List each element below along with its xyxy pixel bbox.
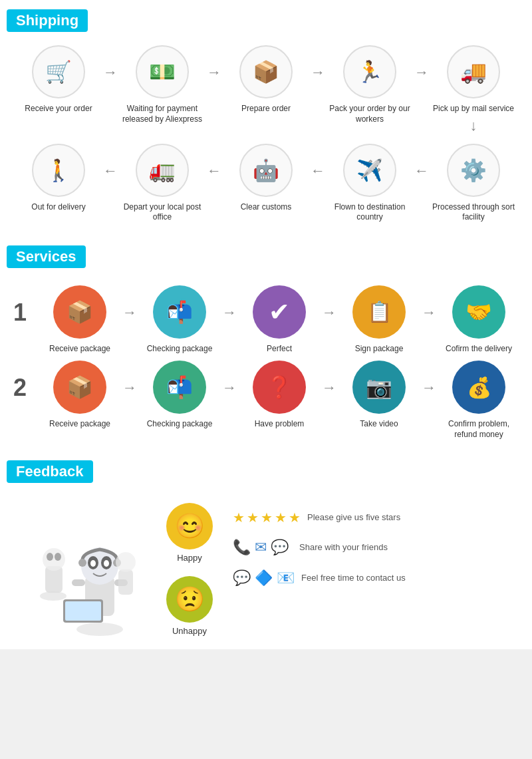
svc2-problem-icon: ❓ [253, 361, 306, 414]
shipping-step-customs: 🤖 Clear customs [223, 144, 309, 213]
sort-label: Processed through sort facility [430, 202, 517, 223]
star-5: ★ [289, 510, 301, 526]
happy-label: Happy [177, 553, 202, 563]
feedback-actions: ★ ★ ★ ★ ★ Please give us five stars 📞 ✉ [213, 496, 519, 593]
pack-icon: 🏃 [343, 45, 396, 98]
star-2: ★ [247, 510, 259, 526]
svg-rect-12 [65, 601, 101, 621]
depart-label: Depart your local post office [119, 202, 205, 223]
svg-point-0 [76, 623, 123, 636]
svg-point-5 [90, 560, 96, 567]
svc2-receive-icon: 📦 [53, 361, 106, 414]
contact-text: Feel free time to contact us [301, 573, 406, 583]
services-content: 1 📦 Receive package → 📬 Checking package… [0, 285, 532, 451]
svc2-checking-icon: 📬 [153, 361, 206, 414]
service-1-steps: 📦 Receive package → 📬 Checking package →… [40, 285, 519, 355]
svc1-sign: 📋 Sign package [339, 285, 419, 355]
svc2-receive-label: Receive package [49, 419, 110, 430]
svc1-perfect-icon: ✔ [253, 285, 306, 339]
svc1-checking-label: Checking package [147, 344, 213, 355]
shipping-header: Shipping [7, 9, 88, 32]
arrow-2: → [207, 45, 221, 81]
svc2-refund-label: Confirm problem, refund money [439, 419, 519, 440]
pickup-label: Pick up by mail service [433, 104, 514, 114]
wechat-icon: 💬 [233, 569, 251, 587]
svc1-confirm-label: Cofirm the delivery [446, 344, 512, 355]
sort-icon: ⚙️ [447, 144, 500, 197]
svc2-arrow3: → [322, 361, 336, 396]
unhappy-icon: 😟 [166, 576, 213, 623]
skype-icon: 🔷 [255, 569, 273, 587]
svc2-problem: ❓ Have problem [239, 361, 319, 430]
services-header: Services [7, 245, 86, 268]
service-1-number: 1 [13, 285, 40, 327]
svg-point-7 [78, 559, 86, 567]
service-2-number: 2 [13, 361, 40, 402]
svg-point-19 [116, 552, 136, 572]
svg-point-15 [43, 548, 65, 571]
feedback-inner: 😊 Happy 😟 Unhappy ★ ★ [13, 496, 519, 636]
prepare-icon: 📦 [239, 45, 293, 98]
svc1-perfect: ✔ Perfect [239, 285, 319, 355]
emotion-happy: 😊 Happy [166, 503, 213, 563]
robot-illustration [13, 496, 160, 636]
svg-rect-9 [72, 579, 85, 586]
star-1: ★ [233, 510, 245, 526]
svc1-confirm: 🤝 Cofirm the delivery [439, 285, 519, 355]
contact-icons: 💬 🔷 📧 [233, 569, 295, 587]
outdelivery-label: Out for delivery [31, 202, 85, 213]
feedback-emotions: 😊 Happy 😟 Unhappy [160, 496, 213, 636]
shipping-step-sort: ⚙️ Processed through sort facility [430, 144, 517, 223]
shipping-row-2: 🚶 Out for delivery ← 🚛 Depart your local… [13, 144, 519, 223]
svc1-perfect-label: Perfect [267, 344, 292, 355]
shipping-step-outdelivery: 🚶 Out for delivery [15, 144, 102, 213]
phone-icon: 📞 [233, 539, 251, 556]
svc2-arrow4: → [422, 361, 436, 396]
shipping-step-pickup: 🚚 Pick up by mail service ↓ [430, 45, 517, 137]
arrow-6: ← [207, 144, 221, 180]
svc1-arrow2: → [222, 285, 237, 321]
unhappy-label: Unhappy [172, 626, 207, 636]
shipping-row-1: 🛒 Receive your order → 💵 Waiting for pay… [13, 45, 519, 137]
chat-icon: 💬 [271, 539, 289, 556]
stars-text: Please give us five stars [307, 512, 400, 522]
arrow-down: ↓ [470, 117, 477, 134]
flown-label: Flown to destination country [327, 202, 413, 223]
arrow-3: → [311, 45, 325, 81]
arrow-8: ← [414, 144, 429, 180]
arrow-7: ← [311, 144, 325, 180]
action-contact: 💬 🔷 📧 Feel free time to contact us [233, 569, 519, 587]
svc1-checking-icon: 📬 [153, 285, 206, 339]
prepare-label: Prepare order [241, 104, 291, 114]
svc2-refund: 💰 Confirm problem, refund money [439, 361, 519, 440]
customs-label: Clear customs [241, 202, 292, 213]
svc1-sign-icon: 📋 [352, 285, 406, 339]
receive-order-icon: 🛒 [32, 45, 85, 98]
svg-point-6 [104, 560, 109, 567]
service-row-1: 1 📦 Receive package → 📬 Checking package… [13, 285, 519, 355]
svc1-receive-label: Receive package [49, 344, 110, 355]
pickup-icon: 🚚 [447, 45, 500, 98]
happy-icon: 😊 [166, 503, 213, 549]
svc2-checking: 📬 Checking package [140, 361, 219, 430]
arrow-4: → [414, 45, 429, 81]
svg-point-17 [55, 553, 61, 561]
shipping-step-depart: 🚛 Depart your local post office [119, 144, 205, 223]
star-3: ★ [261, 510, 273, 526]
receive-order-label: Receive your order [25, 104, 92, 114]
share-text: Share with your friends [299, 542, 388, 552]
shipping-step-flown: ✈️ Flown to destination country [327, 144, 413, 223]
outdelivery-icon: 🚶 [32, 144, 85, 197]
svc2-refund-icon: 💰 [452, 361, 505, 414]
shipping-step-receive-order: 🛒 Receive your order [15, 45, 102, 114]
shipping-content: 🛒 Receive your order → 💵 Waiting for pay… [0, 45, 532, 236]
svc1-checking: 📬 Checking package [140, 285, 219, 355]
emotion-unhappy: 😟 Unhappy [166, 576, 213, 636]
svg-rect-18 [118, 569, 133, 595]
depart-icon: 🚛 [136, 144, 189, 197]
svc1-arrow3: → [322, 285, 336, 321]
arrow-1: → [103, 45, 118, 81]
service-row-2: 2 📦 Receive package → 📬 Checking package… [13, 361, 519, 440]
shipping-section: Shipping 🛒 Receive your order → 💵 Waitin… [0, 0, 532, 236]
feedback-content-wrap: 😊 Happy 😟 Unhappy ★ ★ [0, 496, 532, 649]
